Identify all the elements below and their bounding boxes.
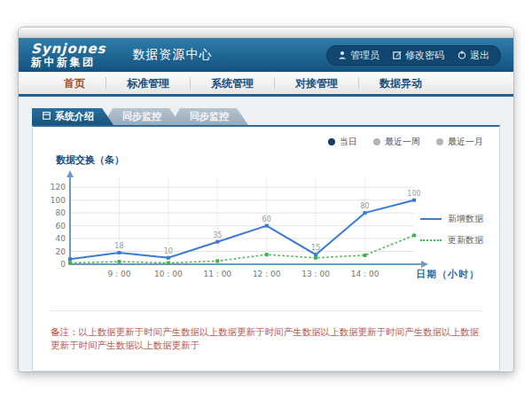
nav-item-home[interactable]: 首页: [43, 77, 106, 90]
tab-sync-monitor-2[interactable]: 同步监控: [170, 108, 248, 125]
page-title: 数据资源中心: [121, 47, 213, 63]
nav-item-standards[interactable]: 标准管理: [106, 77, 191, 90]
svg-text:0: 0: [60, 260, 66, 269]
user-icon: [338, 51, 347, 59]
svg-text:14 : 00: 14 : 00: [351, 270, 379, 278]
user-menu: 管理员 修改密码 退出: [326, 45, 501, 66]
logo-subtext: 新中新集团: [31, 57, 106, 68]
svg-text:60: 60: [262, 215, 271, 223]
main-nav: 首页 标准管理 系统管理 对接管理 数据异动: [19, 72, 513, 97]
company-logo[interactable]: Synjones 新中新集团: [31, 43, 106, 67]
svg-text:15: 15: [311, 244, 320, 252]
svg-text:100: 100: [407, 190, 420, 198]
tab-sync-monitor-1[interactable]: 同步监控: [103, 108, 181, 125]
time-range-filter: 当日 最近一周 最近一月: [47, 136, 483, 148]
footnote-text: 以上数据更新于时间产生数据以上数据更新于时间产生数据以上数据更新于时间产生数据以…: [51, 326, 479, 350]
window-titlebar: [19, 27, 513, 38]
x-axis-title: 日期（小时）: [416, 268, 480, 281]
chart-panel: 当日 最近一周 最近一月 数据交换（条） 9 : 0010 : 0011 : 0…: [32, 125, 500, 372]
chart-canvas: 9 : 0010 : 0011 : 0012 : 0013 : 0014 : 0…: [47, 168, 446, 293]
chart-legend: 新增数据 更新数据: [420, 213, 483, 246]
logout-button[interactable]: 退出: [458, 49, 489, 62]
admin-user-button[interactable]: 管理员: [338, 49, 379, 62]
footnote-prefix: 备注：: [51, 326, 79, 337]
svg-text:80: 80: [56, 208, 66, 217]
change-password-button[interactable]: 修改密码: [393, 49, 444, 62]
radio-icon: [373, 138, 380, 145]
svg-text:10: 10: [164, 247, 173, 255]
svg-text:11 : 00: 11 : 00: [203, 270, 231, 278]
dotted-line-icon: [420, 239, 442, 241]
svg-text:20: 20: [56, 247, 66, 256]
tab-bar: 系统介绍 同步监控 同步监控: [32, 108, 500, 125]
svg-text:35: 35: [213, 231, 222, 239]
svg-text:18: 18: [114, 242, 123, 250]
svg-text:120: 120: [51, 183, 66, 192]
radio-icon: [436, 138, 443, 145]
app-window: Synjones 新中新集团 数据资源中心 管理员 修改密码 退出 首页 标准管…: [18, 27, 514, 372]
range-option-today[interactable]: 当日: [328, 136, 357, 148]
nav-item-interface[interactable]: 对接管理: [275, 77, 359, 90]
svg-text:9 : 00: 9 : 00: [107, 270, 130, 278]
svg-text:60: 60: [56, 222, 66, 231]
range-option-last-month[interactable]: 最近一月: [436, 136, 483, 148]
solid-line-icon: [420, 218, 442, 220]
svg-text:40: 40: [56, 234, 66, 243]
nav-item-system[interactable]: 系统管理: [191, 77, 275, 90]
svg-text:13 : 00: 13 : 00: [301, 270, 330, 278]
content-area: 系统介绍 同步监控 同步监控 当日 最近一周: [19, 97, 513, 372]
edit-icon: [393, 51, 402, 59]
app-header: Synjones 新中新集团 数据资源中心 管理员 修改密码 退出: [19, 38, 513, 72]
svg-text:100: 100: [51, 196, 66, 205]
radio-icon: [328, 138, 335, 145]
document-icon: [43, 111, 51, 122]
legend-updated-data: 更新数据: [420, 234, 483, 246]
power-icon: [458, 51, 466, 59]
svg-text:10 : 00: 10 : 00: [154, 270, 183, 278]
nav-item-data-change[interactable]: 数据异动: [359, 77, 442, 90]
svg-text:12 : 00: 12 : 00: [253, 270, 281, 278]
logo-text: Synjones: [31, 43, 106, 57]
range-option-last-week[interactable]: 最近一周: [373, 136, 420, 148]
svg-text:80: 80: [360, 202, 369, 210]
tab-system-intro[interactable]: 系统介绍: [32, 108, 113, 125]
legend-new-data: 新增数据: [420, 213, 483, 225]
line-chart: 9 : 0010 : 0011 : 0012 : 0013 : 0014 : 0…: [47, 168, 485, 303]
y-axis-title: 数据交换（条）: [56, 153, 485, 167]
footnote: 备注：以上数据更新于时间产生数据以上数据更新于时间产生数据以上数据更新于时间产生…: [49, 310, 483, 356]
